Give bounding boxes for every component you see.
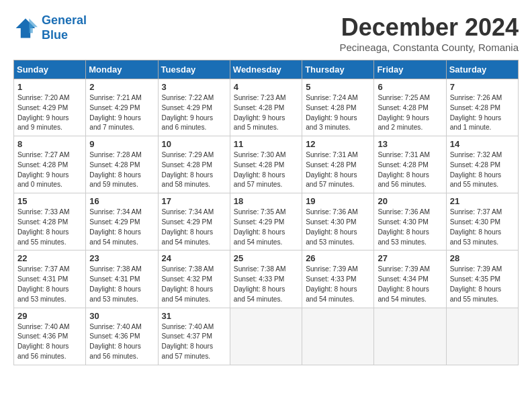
calendar-day-cell: 18Sunrise: 7:35 AMSunset: 4:29 PMDayligh…	[230, 193, 302, 250]
day-info: Sunrise: 7:22 AMSunset: 4:29 PMDaylight:…	[162, 93, 226, 133]
calendar-week-row: 22Sunrise: 7:37 AMSunset: 4:31 PMDayligh…	[14, 250, 519, 308]
calendar-day-cell: 23Sunrise: 7:38 AMSunset: 4:31 PMDayligh…	[86, 250, 158, 308]
day-info: Sunrise: 7:38 AMSunset: 4:32 PMDaylight:…	[162, 265, 226, 304]
day-number: 23	[89, 253, 154, 263]
calendar-day-cell: 13Sunrise: 7:31 AMSunset: 4:28 PMDayligh…	[374, 136, 446, 193]
logo-line2: Blue	[42, 28, 68, 42]
calendar-day-cell: 9Sunrise: 7:28 AMSunset: 4:28 PMDaylight…	[86, 136, 158, 193]
weekday-header-cell: Wednesday	[230, 60, 302, 79]
month-title: December 2024	[339, 13, 519, 42]
calendar-day-cell: 10Sunrise: 7:29 AMSunset: 4:28 PMDayligh…	[158, 136, 230, 193]
day-number: 18	[234, 196, 298, 206]
day-info: Sunrise: 7:39 AMSunset: 4:33 PMDaylight:…	[306, 265, 370, 304]
day-info: Sunrise: 7:32 AMSunset: 4:28 PMDaylight:…	[450, 150, 515, 190]
calendar-day-cell	[446, 308, 518, 365]
day-number: 13	[378, 139, 442, 149]
day-number: 31	[162, 311, 226, 321]
day-info: Sunrise: 7:31 AMSunset: 4:28 PMDaylight:…	[306, 150, 370, 190]
day-number: 8	[17, 139, 82, 149]
calendar-day-cell	[374, 308, 446, 365]
day-number: 10	[162, 139, 226, 149]
day-number: 24	[162, 253, 226, 263]
day-number: 21	[450, 196, 515, 206]
day-info: Sunrise: 7:25 AMSunset: 4:28 PMDaylight:…	[378, 93, 442, 133]
calendar-body: 1Sunrise: 7:20 AMSunset: 4:29 PMDaylight…	[14, 79, 519, 365]
calendar-day-cell: 21Sunrise: 7:37 AMSunset: 4:30 PMDayligh…	[446, 193, 518, 250]
calendar-day-cell: 19Sunrise: 7:36 AMSunset: 4:30 PMDayligh…	[302, 193, 374, 250]
weekday-header-cell: Sunday	[14, 60, 86, 79]
logo-text: General Blue	[42, 13, 87, 42]
day-number: 7	[450, 82, 515, 92]
day-info: Sunrise: 7:31 AMSunset: 4:28 PMDaylight:…	[378, 150, 442, 190]
calendar-day-cell: 30Sunrise: 7:40 AMSunset: 4:36 PMDayligh…	[86, 308, 158, 365]
day-number: 29	[17, 311, 82, 321]
weekday-header-cell: Friday	[374, 60, 446, 79]
day-number: 2	[89, 82, 154, 92]
day-info: Sunrise: 7:30 AMSunset: 4:28 PMDaylight:…	[234, 150, 298, 190]
logo-icon	[13, 16, 38, 40]
day-info: Sunrise: 7:36 AMSunset: 4:30 PMDaylight:…	[306, 208, 370, 247]
logo: General Blue	[13, 13, 87, 42]
calendar-day-cell: 4Sunrise: 7:23 AMSunset: 4:28 PMDaylight…	[230, 79, 302, 136]
day-info: Sunrise: 7:40 AMSunset: 4:36 PMDaylight:…	[17, 322, 82, 362]
calendar-day-cell: 26Sunrise: 7:39 AMSunset: 4:33 PMDayligh…	[302, 250, 374, 308]
day-info: Sunrise: 7:24 AMSunset: 4:28 PMDaylight:…	[306, 93, 370, 133]
calendar-week-row: 29Sunrise: 7:40 AMSunset: 4:36 PMDayligh…	[14, 308, 519, 365]
day-number: 1	[17, 82, 82, 92]
day-number: 22	[17, 253, 82, 263]
calendar-day-cell: 11Sunrise: 7:30 AMSunset: 4:28 PMDayligh…	[230, 136, 302, 193]
day-info: Sunrise: 7:34 AMSunset: 4:29 PMDaylight:…	[162, 208, 226, 247]
day-info: Sunrise: 7:28 AMSunset: 4:28 PMDaylight:…	[89, 150, 154, 190]
day-info: Sunrise: 7:39 AMSunset: 4:35 PMDaylight:…	[450, 265, 515, 304]
logo-line1: General	[42, 13, 87, 27]
day-info: Sunrise: 7:38 AMSunset: 4:31 PMDaylight:…	[89, 265, 154, 304]
day-number: 16	[89, 196, 154, 206]
day-number: 30	[89, 311, 154, 321]
svg-marker-1	[29, 18, 38, 33]
calendar-day-cell: 31Sunrise: 7:40 AMSunset: 4:37 PMDayligh…	[158, 308, 230, 365]
day-info: Sunrise: 7:23 AMSunset: 4:28 PMDaylight:…	[234, 93, 298, 133]
calendar-day-cell: 7Sunrise: 7:26 AMSunset: 4:28 PMDaylight…	[446, 79, 518, 136]
day-number: 27	[378, 253, 442, 263]
weekday-header-row: SundayMondayTuesdayWednesdayThursdayFrid…	[14, 60, 519, 79]
calendar-week-row: 15Sunrise: 7:33 AMSunset: 4:28 PMDayligh…	[14, 193, 519, 250]
day-number: 4	[234, 82, 298, 92]
day-info: Sunrise: 7:37 AMSunset: 4:31 PMDaylight:…	[17, 265, 82, 304]
calendar-day-cell: 25Sunrise: 7:38 AMSunset: 4:33 PMDayligh…	[230, 250, 302, 308]
day-number: 25	[234, 253, 298, 263]
day-info: Sunrise: 7:37 AMSunset: 4:30 PMDaylight:…	[450, 208, 515, 247]
day-number: 3	[162, 82, 226, 92]
day-number: 28	[450, 253, 515, 263]
day-number: 9	[89, 139, 154, 149]
calendar-day-cell: 29Sunrise: 7:40 AMSunset: 4:36 PMDayligh…	[14, 308, 86, 365]
day-info: Sunrise: 7:33 AMSunset: 4:28 PMDaylight:…	[17, 208, 82, 247]
day-info: Sunrise: 7:35 AMSunset: 4:29 PMDaylight:…	[234, 208, 298, 247]
location-subtitle: Pecineaga, Constanta County, Romania	[339, 42, 519, 53]
day-number: 20	[378, 196, 442, 206]
day-info: Sunrise: 7:20 AMSunset: 4:29 PMDaylight:…	[17, 93, 82, 133]
day-number: 15	[17, 196, 82, 206]
day-number: 26	[306, 253, 370, 263]
title-block: December 2024 Pecineaga, Constanta Count…	[339, 13, 519, 53]
day-number: 5	[306, 82, 370, 92]
calendar-day-cell	[230, 308, 302, 365]
day-number: 14	[450, 139, 515, 149]
day-number: 6	[378, 82, 442, 92]
weekday-header-cell: Tuesday	[158, 60, 230, 79]
weekday-header-cell: Thursday	[302, 60, 374, 79]
calendar-day-cell: 28Sunrise: 7:39 AMSunset: 4:35 PMDayligh…	[446, 250, 518, 308]
calendar-day-cell: 16Sunrise: 7:34 AMSunset: 4:29 PMDayligh…	[86, 193, 158, 250]
day-info: Sunrise: 7:26 AMSunset: 4:28 PMDaylight:…	[450, 93, 515, 133]
day-info: Sunrise: 7:21 AMSunset: 4:29 PMDaylight:…	[89, 93, 154, 133]
calendar-day-cell: 14Sunrise: 7:32 AMSunset: 4:28 PMDayligh…	[446, 136, 518, 193]
calendar-day-cell: 8Sunrise: 7:27 AMSunset: 4:28 PMDaylight…	[14, 136, 86, 193]
day-number: 17	[162, 196, 226, 206]
calendar-day-cell: 15Sunrise: 7:33 AMSunset: 4:28 PMDayligh…	[14, 193, 86, 250]
day-info: Sunrise: 7:39 AMSunset: 4:34 PMDaylight:…	[378, 265, 442, 304]
weekday-header-cell: Saturday	[446, 60, 518, 79]
weekday-header-cell: Monday	[86, 60, 158, 79]
day-info: Sunrise: 7:27 AMSunset: 4:28 PMDaylight:…	[17, 150, 82, 190]
page-header: General Blue December 2024 Pecineaga, Co…	[13, 13, 519, 53]
day-info: Sunrise: 7:36 AMSunset: 4:30 PMDaylight:…	[378, 208, 442, 247]
calendar-day-cell: 27Sunrise: 7:39 AMSunset: 4:34 PMDayligh…	[374, 250, 446, 308]
